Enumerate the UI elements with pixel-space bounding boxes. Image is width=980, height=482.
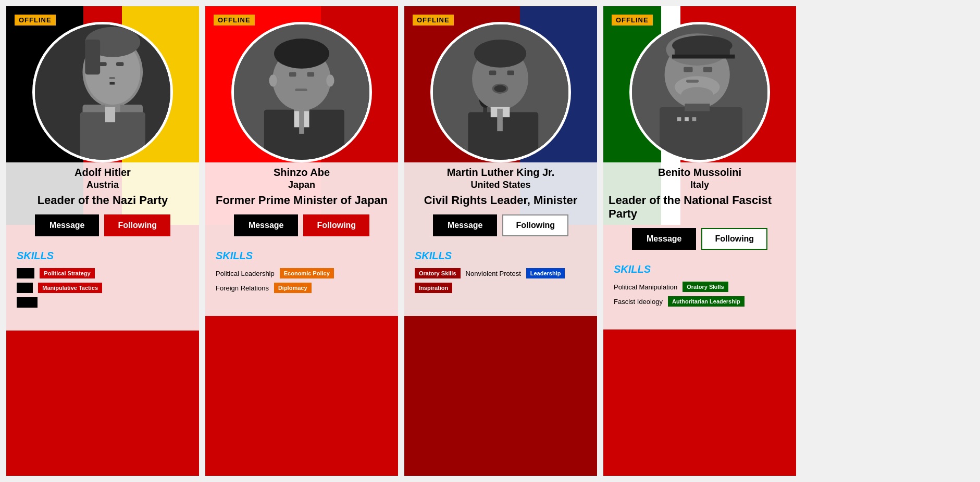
svg-rect-5 [105,107,115,122]
skill-tag: Leadership [526,268,565,278]
card-name: Benito Mussolini [658,167,741,179]
skill-label: Political Leadership [216,270,275,277]
svg-rect-44 [685,117,689,121]
profile-card-mlk: OFFLINE [404,6,597,476]
svg-rect-8 [116,62,123,66]
svg-rect-51 [672,55,735,59]
card-name: Martin Luther King Jr. [447,167,555,179]
avatar [430,22,571,162]
svg-rect-52 [684,67,692,72]
message-button[interactable]: Message [234,214,299,236]
message-button[interactable]: Message [35,214,100,236]
skills-title: SKILLS [17,250,189,262]
svg-rect-36 [507,71,514,75]
skill-label: Political Manipulation [614,283,677,291]
status-badge: OFFLINE [214,15,255,26]
skill-tag: Economic Policy [280,268,334,278]
skill-tag: Political Strategy [40,268,94,278]
message-button[interactable]: Message [632,228,697,250]
svg-point-55 [681,87,713,102]
skills-title: SKILLS [216,250,388,262]
following-button[interactable]: Following [701,228,767,250]
skill-bar [17,283,33,293]
skill-tag: Inspiration [415,283,452,293]
svg-rect-23 [295,88,307,91]
skill-label: Nonviolent Protest [466,270,521,277]
svg-rect-9 [109,77,116,79]
svg-point-38 [494,85,506,92]
following-button[interactable]: Following [104,214,170,236]
card-name: Adolf Hitler [75,167,131,179]
skill-tag: Oratory Skills [415,268,461,278]
svg-point-24 [269,74,277,86]
avatar [231,22,372,162]
card-country: United States [470,180,530,191]
profile-card-mussolini: OFFLINE [603,6,796,476]
svg-rect-22 [307,72,314,77]
svg-rect-21 [289,72,296,77]
svg-rect-42 [660,107,742,160]
profile-card-hitler: OFFLINE [6,6,199,476]
skill-bar [17,268,34,278]
svg-rect-10 [109,82,115,85]
profile-card-abe: OFFLINE [205,6,398,476]
svg-rect-45 [692,117,697,121]
svg-rect-35 [489,71,496,75]
card-country: Austria [86,180,119,191]
card-title: Civil Rights Leader, Minister [419,194,583,207]
card-title: Leader of the National Fascist Party [603,194,796,221]
card-title: Former Prime Minister of Japan [210,194,393,207]
svg-rect-17 [299,109,304,134]
skill-label: Foreign Relations [216,284,269,292]
avatar [629,22,770,162]
svg-rect-31 [468,112,538,160]
skill-label: Fascist Ideology [614,298,663,306]
svg-rect-7 [99,62,106,66]
svg-rect-57 [685,104,710,111]
svg-rect-56 [686,80,699,83]
status-badge: OFFLINE [612,15,653,26]
skill-tag: Diplomacy [274,283,312,293]
following-button[interactable]: Following [502,214,568,236]
message-button[interactable]: Message [433,214,498,236]
skills-title: SKILLS [614,263,786,275]
avatar [32,22,173,162]
svg-point-25 [326,74,334,86]
status-badge: OFFLINE [413,15,454,26]
skill-tag: Oratory Skills [683,282,728,292]
following-button[interactable]: Following [303,214,369,236]
card-title: Leader of the Nazi Party [32,194,173,207]
status-badge: OFFLINE [15,15,56,26]
svg-rect-40 [497,109,503,131]
skill-tag: Manipulative Tactics [38,283,102,293]
card-country: Italy [690,180,709,191]
card-name: Shinzo Abe [274,167,330,179]
svg-rect-12 [85,40,100,74]
svg-rect-43 [677,117,681,121]
svg-rect-53 [703,67,712,72]
skill-bar [17,297,38,308]
skills-title: SKILLS [415,250,587,262]
skill-tag: Authoritarian Leadership [668,296,745,307]
card-country: Japan [288,180,315,191]
svg-point-20 [274,39,329,69]
svg-point-34 [474,40,526,68]
